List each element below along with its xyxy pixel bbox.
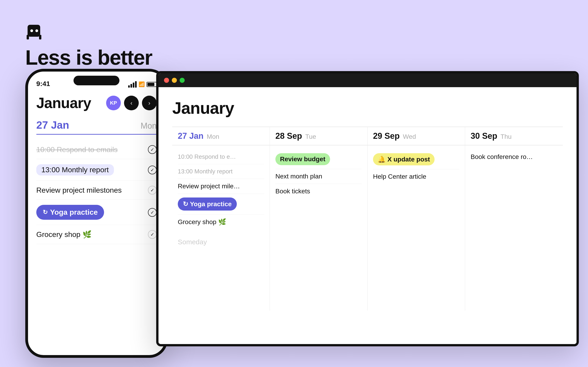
someday-label: Someday bbox=[172, 234, 270, 250]
event-item: Book conference ro… bbox=[471, 150, 557, 164]
event-item: Review budget bbox=[275, 150, 362, 169]
col-day-1: Mon bbox=[207, 133, 219, 140]
date-row: 27 Jan Mon bbox=[36, 119, 157, 131]
task-check-4[interactable]: ✓ bbox=[148, 208, 157, 217]
cal-col-2: 28 Sep Tue Review budget Next month plan… bbox=[270, 127, 367, 311]
event-item: 13:00 Monthly report bbox=[178, 164, 264, 179]
phone-date-label: 27 Jan bbox=[36, 119, 69, 131]
phone-mockup: 9:41 📶 January KP bbox=[25, 69, 168, 344]
col-header-2: 28 Sep Tue bbox=[270, 127, 367, 145]
close-button[interactable] bbox=[164, 78, 169, 83]
avatar[interactable]: KP bbox=[106, 96, 121, 110]
col-header-3: 29 Sep Wed bbox=[367, 127, 465, 145]
prev-button[interactable]: ‹ bbox=[124, 96, 139, 110]
event-item: Grocery shop 🌿 bbox=[178, 215, 264, 229]
col-events-3: 🔔 X update post Help Center article bbox=[367, 145, 465, 188]
phone-frame: 9:41 📶 January KP bbox=[25, 69, 168, 358]
task-item: 13:00 Monthly report ✓ bbox=[36, 159, 157, 181]
phone-header-right: KP ‹ › bbox=[106, 96, 157, 110]
review-budget-badge: Review budget bbox=[275, 153, 330, 165]
phone-content: January KP ‹ › 27 Jan Mon 10:00 Respond … bbox=[28, 90, 165, 355]
status-time: 9:41 bbox=[36, 80, 50, 88]
desktop-frame: January 27 Jan Mon 10:00 Respond to e… 1… bbox=[156, 71, 579, 346]
task-item: ↻ Yoga practice ✓ bbox=[36, 200, 157, 225]
svg-rect-0 bbox=[27, 25, 40, 37]
event-item: Review project mile… bbox=[178, 179, 264, 194]
title-bar bbox=[158, 73, 577, 87]
phone-month-title: January bbox=[36, 94, 91, 111]
col-events-2: Review budget Next month plan Book ticke… bbox=[270, 145, 367, 203]
task-text-4: ↻ Yoga practice bbox=[36, 205, 104, 220]
col-date-2: 28 Sep bbox=[275, 131, 302, 141]
event-item: Book tickets bbox=[275, 184, 362, 199]
col-header-1: 27 Jan Mon bbox=[172, 127, 270, 145]
logo bbox=[25, 23, 44, 42]
svg-rect-1 bbox=[27, 35, 29, 40]
cal-col-1: 27 Jan Mon 10:00 Respond to e… 13:00 Mon… bbox=[172, 127, 270, 311]
x-update-badge: 🔔 X update post bbox=[373, 153, 435, 165]
tagline: Less is better bbox=[25, 46, 152, 69]
task-check-3[interactable]: ✓ bbox=[148, 186, 157, 194]
col-date-1: 27 Jan bbox=[178, 131, 204, 141]
task-item: 10:00 Respond to emails ✓ bbox=[36, 140, 157, 159]
phone-day-label: Mon bbox=[141, 121, 157, 131]
svg-rect-2 bbox=[39, 35, 41, 40]
event-item: 10:00 Respond to e… bbox=[178, 150, 264, 164]
desktop-month-title: January bbox=[172, 99, 563, 117]
task-check-5[interactable]: ✓ bbox=[148, 230, 157, 239]
cal-col-3: 29 Sep Wed 🔔 X update post Help Center a… bbox=[367, 127, 465, 311]
svg-point-3 bbox=[30, 29, 33, 32]
phone-header: January KP ‹ › bbox=[36, 94, 157, 111]
cal-col-4: 30 Sep Thu Book conference ro… bbox=[465, 127, 563, 311]
task-text-2: 13:00 Monthly report bbox=[36, 164, 114, 175]
task-check-2[interactable]: ✓ bbox=[148, 166, 157, 174]
task-text-1: 10:00 Respond to emails bbox=[36, 145, 118, 154]
recur-icon: ↻ bbox=[43, 209, 48, 216]
next-button[interactable]: › bbox=[142, 96, 157, 110]
maximize-button[interactable] bbox=[180, 78, 185, 83]
desktop-mockup: January 27 Jan Mon 10:00 Respond to e… 1… bbox=[156, 71, 579, 346]
wifi-icon: 📶 bbox=[138, 81, 145, 87]
col-day-4: Thu bbox=[501, 133, 511, 140]
col-day-2: Tue bbox=[305, 133, 316, 140]
col-date-3: 29 Sep bbox=[373, 131, 400, 141]
task-item: Review project milestones ✓ bbox=[36, 181, 157, 200]
task-item: Grocery shop 🌿 ✓ bbox=[36, 225, 157, 244]
event-item: Next month plan bbox=[275, 169, 362, 184]
recur-icon: ↻ bbox=[183, 200, 188, 208]
task-check-1[interactable]: ✓ bbox=[148, 145, 157, 154]
event-item: Help Center article bbox=[373, 169, 459, 184]
calendar-grid: 27 Jan Mon 10:00 Respond to e… 13:00 Mon… bbox=[172, 127, 563, 311]
signal-icon bbox=[128, 81, 137, 88]
yoga-badge: ↻ Yoga practice bbox=[178, 198, 237, 211]
col-events-4: Book conference ro… bbox=[465, 145, 563, 168]
svg-point-4 bbox=[35, 29, 38, 32]
desktop-content: January 27 Jan Mon 10:00 Respond to e… 1… bbox=[158, 87, 577, 344]
event-item: 🔔 X update post bbox=[373, 150, 459, 169]
col-events-1: 10:00 Respond to e… 13:00 Monthly report… bbox=[172, 145, 270, 234]
status-icons: 📶 bbox=[128, 81, 157, 88]
task-text-3: Review project milestones bbox=[36, 186, 122, 194]
minimize-button[interactable] bbox=[172, 78, 177, 83]
task-text-5: Grocery shop 🌿 bbox=[36, 230, 92, 239]
event-item: ↻ Yoga practice bbox=[178, 194, 264, 215]
col-day-3: Wed bbox=[403, 133, 416, 140]
col-header-4: 30 Sep Thu bbox=[465, 127, 563, 145]
date-underline bbox=[36, 134, 157, 135]
dynamic-island bbox=[73, 76, 120, 85]
battery-icon bbox=[147, 82, 157, 87]
col-date-4: 30 Sep bbox=[471, 131, 497, 141]
